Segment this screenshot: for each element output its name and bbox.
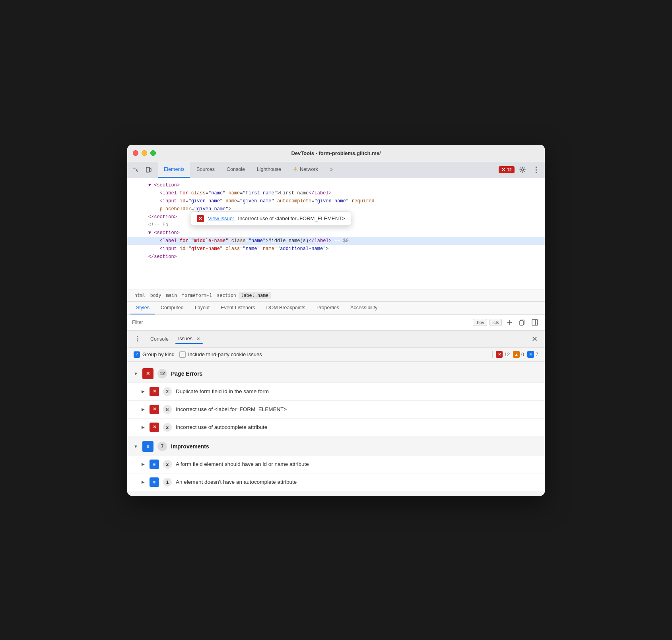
tab-sources[interactable]: Sources <box>191 162 220 178</box>
tab-lighthouse[interactable]: Lighthouse <box>251 162 287 178</box>
issues-counts: ✕ 12 ▲ 0 ≡ 7 <box>492 351 538 358</box>
page-errors-triangle: ▼ <box>134 371 138 376</box>
dup-form-label: Duplicate form field id in the same form <box>176 388 269 394</box>
warning-count-icon: ▲ <box>513 351 520 358</box>
group-by-kind-checkbox[interactable]: ✓ <box>134 351 140 358</box>
breadcrumb-html[interactable]: html <box>132 292 148 299</box>
issue-dup-form[interactable]: ▶ ✕ 2 Duplicate form field id in the sam… <box>127 382 545 400</box>
window-title: DevTools - form-problems.glitch.me/ <box>291 150 381 156</box>
selected-line-dots: … <box>129 237 132 244</box>
autocomplete-label: Incorrect use of autocomplete attribute <box>176 424 267 430</box>
close-button[interactable] <box>133 150 138 156</box>
code-line-8[interactable]: … <label for="middle-name" class="name">… <box>127 237 545 245</box>
incorrect-label-triangle: ▶ <box>142 407 146 411</box>
tab-network[interactable]: ⚠ Network <box>287 162 324 178</box>
form-id-triangle: ▶ <box>142 462 146 466</box>
code-line-10[interactable]: </section> <box>127 253 545 261</box>
console-tab-button[interactable]: Console <box>147 335 172 343</box>
issues-tab-button[interactable]: Issues ✕ <box>175 334 203 344</box>
incorrect-label-icon: ✕ <box>150 405 159 414</box>
improvements-header[interactable]: ▼ ≡ 7 Improvements <box>127 438 545 455</box>
page-errors-header[interactable]: ▼ ✕ 12 Page Errors <box>127 365 545 382</box>
error-badge-count: 12 <box>507 167 512 172</box>
issues-header: ⋮ Console Issues ✕ ✕ <box>127 331 545 348</box>
filter-buttons: :hov .cls <box>473 317 540 328</box>
dup-form-triangle: ▶ <box>142 389 146 394</box>
third-party-checkbox[interactable] <box>179 351 186 358</box>
issue-incorrect-autocomplete[interactable]: ▶ ✕ 2 Incorrect use of autocomplete attr… <box>127 418 545 436</box>
svg-point-6 <box>148 171 148 172</box>
tab-more[interactable]: » <box>324 162 338 178</box>
tab-computed[interactable]: Computed <box>155 302 189 314</box>
info-count-icon: ≡ <box>527 351 534 358</box>
devtools-window: DevTools - form-problems.glitch.me/ <box>127 145 545 496</box>
styles-panel: Styles Computed Layout Event Listeners D… <box>127 302 545 330</box>
error-count-badge: ✕ 12 <box>496 351 510 358</box>
tab-dom-breakpoints[interactable]: DOM Breakpoints <box>260 302 311 314</box>
issue-no-autocomplete[interactable]: ▶ ≡ 1 An element doesn't have an autocom… <box>127 473 545 491</box>
dup-form-count: 2 <box>163 387 172 396</box>
tab-layout[interactable]: Layout <box>189 302 216 314</box>
hov-button[interactable]: :hov <box>473 319 487 326</box>
no-autocomplete-count: 1 <box>163 478 172 487</box>
page-errors-group: ▼ ✕ 12 Page Errors ▶ ✕ 2 Du <box>127 365 545 436</box>
code-line-2[interactable]: <label for class="name" name="first-name… <box>127 189 545 197</box>
panel-close-button[interactable]: ✕ <box>529 334 540 344</box>
settings-icon[interactable] <box>517 164 528 175</box>
improvements-group: ▼ ≡ 7 Improvements ▶ ≡ 2 A <box>127 438 545 491</box>
breadcrumb-body[interactable]: body <box>148 292 164 299</box>
copy-style-icon[interactable] <box>517 317 527 328</box>
error-badge[interactable]: ✕ 12 <box>499 166 515 173</box>
dup-form-icon: ✕ <box>150 387 159 396</box>
divider-1 <box>492 351 493 358</box>
breadcrumb-section[interactable]: section <box>214 292 238 299</box>
improvements-label: Improvements <box>171 443 209 450</box>
svg-point-7 <box>522 169 524 171</box>
minimize-button[interactable] <box>142 150 147 156</box>
breadcrumb-main[interactable]: main <box>163 292 179 299</box>
autocomplete-icon: ✕ <box>150 423 159 432</box>
title-bar: DevTools - form-problems.glitch.me/ <box>127 145 545 162</box>
error-count-icon: ✕ <box>496 351 503 358</box>
no-autocomplete-label: An element doesn't have an autocomplete … <box>176 479 297 485</box>
selector-icon[interactable] <box>130 164 142 175</box>
network-warning-icon: ⚠ <box>293 166 298 173</box>
tab-styles[interactable]: Styles <box>130 302 155 314</box>
tab-properties[interactable]: Properties <box>311 302 345 314</box>
cls-button[interactable]: .cls <box>489 319 502 326</box>
improvements-triangle: ▼ <box>134 444 138 449</box>
code-line-1[interactable]: ▼ <section> <box>127 181 545 189</box>
elements-panel: ▼ <section> <label for class="name" name… <box>127 178 545 289</box>
tooltip-link[interactable]: View issue: <box>208 215 234 221</box>
tab-accessibility[interactable]: Accessibility <box>345 302 383 314</box>
form-id-label: A form field element should have an id o… <box>176 461 309 467</box>
code-line-7[interactable]: ▼ <section> <box>127 229 545 237</box>
issues-close-x-btn[interactable]: ✕ <box>196 336 200 341</box>
add-style-icon[interactable] <box>504 317 515 328</box>
breadcrumb-label[interactable]: label.name <box>239 292 271 299</box>
third-party-label[interactable]: Include third-party cookie issues <box>179 351 262 358</box>
tooltip: ✕ View issue: Incorrect use of <label fo… <box>191 211 351 226</box>
no-autocomplete-triangle: ▶ <box>142 480 146 484</box>
breadcrumb-bar: html body main form#form-1 section label… <box>127 289 545 302</box>
group-by-kind-label[interactable]: ✓ Group by kind <box>134 351 175 358</box>
issue-form-id-name[interactable]: ▶ ≡ 2 A form field element should have a… <box>127 455 545 473</box>
svg-rect-12 <box>532 320 538 325</box>
incorrect-label-text: Incorrect use of <label for=FORM_ELEMENT… <box>176 406 287 412</box>
fullscreen-button[interactable] <box>150 150 156 156</box>
code-line-3[interactable]: <input id="given-name" name="given-name"… <box>127 197 545 205</box>
tab-event-listeners[interactable]: Event Listeners <box>215 302 260 314</box>
panel-menu-button[interactable]: ⋮ <box>132 334 144 343</box>
styles-filter-input[interactable] <box>132 320 470 325</box>
breadcrumb-form[interactable]: form#form-1 <box>179 292 214 299</box>
info-count-badge: ≡ 7 <box>527 351 538 358</box>
tab-console[interactable]: Console <box>221 162 251 178</box>
traffic-lights <box>133 150 156 156</box>
more-options-icon[interactable]: ⋮ <box>530 164 542 175</box>
issue-incorrect-label[interactable]: ▶ ✕ 8 Incorrect use of <label for=FORM_E… <box>127 400 545 418</box>
device-icon[interactable] <box>143 164 154 175</box>
tab-elements[interactable]: Elements <box>158 162 190 178</box>
code-line-9[interactable]: <input id="given-name" class="name" name… <box>127 245 545 253</box>
sidebar-toggle-icon[interactable] <box>530 317 540 328</box>
svg-rect-2 <box>133 169 136 169</box>
